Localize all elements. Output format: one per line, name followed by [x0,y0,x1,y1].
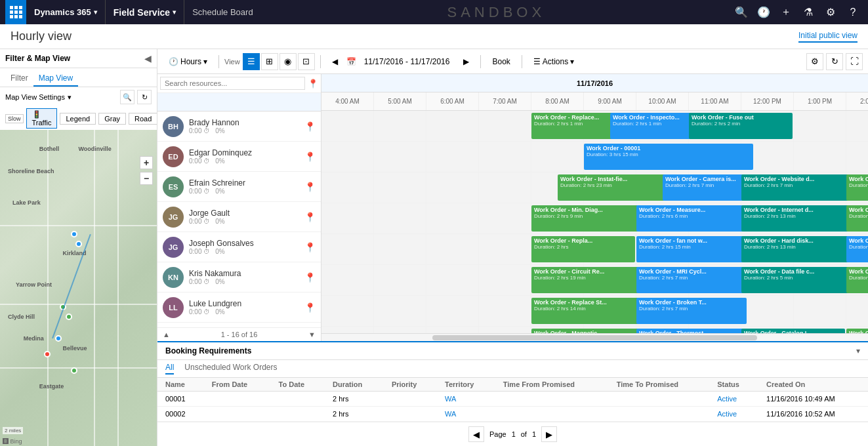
event-block[interactable]: Work Order - Website d... Duration: 2 hr… [741,174,850,201]
resource-pagination: ▲ 1 - 16 of 16 ▼ [157,327,321,341]
next-date-button[interactable]: ▶ [457,54,475,69]
settings-nav-icon[interactable]: ⚙ [821,3,840,22]
event-block[interactable]: Work Order - MRI Cycl... Duration: 2 hrs… [636,267,747,293]
time-cell [321,327,374,333]
event-block[interactable]: Work Order - Water sup... Duration: 2 hr… [846,174,868,201]
event-duration: Duration: 2 hrs 7 min [744,182,848,188]
map-label-city8: Medina [24,335,44,342]
tab-all[interactable]: All [165,363,174,375]
event-block[interactable]: Work Order - Replace St... Duration: 2 h… [531,298,647,324]
pagination-next-icon[interactable]: ▼ [308,331,316,338]
event-block[interactable]: Work Order - Repla... Duration: 2 hrs [531,236,635,262]
fieldservice-nav[interactable]: Field Service ▾ [106,0,184,24]
search-resources-input[interactable] [160,77,305,90]
dynamics-nav[interactable]: Dynamics 365 ▾ [26,0,106,24]
legend-button[interactable]: Legend [60,113,96,125]
search-nav-icon[interactable]: 🔍 [732,3,751,22]
event-title: Work Order - Replace St... [534,299,644,306]
resource-pin-icon[interactable]: 📍 [304,302,316,313]
event-block[interactable]: Work Order - Water pr... Duration: 2 hrs [846,267,868,293]
time-cell [479,327,531,333]
resource-pin-icon[interactable]: 📍 [304,121,316,132]
next-page-button[interactable]: ▶ [541,426,557,442]
resource-avatar: JG [163,237,184,258]
resource-pin-icon[interactable]: 📍 [304,242,316,253]
event-block[interactable]: Work Order - Circuit Re... Duration: 2 h… [531,267,652,293]
booking-req-collapse[interactable]: ▾ [856,346,860,355]
event-block[interactable]: Work Order - Hard disk... Duration: 2 hr… [741,236,856,262]
gray-button[interactable]: Gray [98,113,126,125]
waffle-menu[interactable] [5,0,26,24]
road-button[interactable]: Road [129,113,157,125]
event-title: Work Order - MRI Cycl... [639,268,744,275]
map-refresh-icon[interactable]: ↻ [137,90,152,104]
status-link[interactable]: Active [717,395,737,403]
tab-unscheduled[interactable]: Unscheduled Work Orders [184,363,277,375]
page-title: Hourly view [10,30,72,43]
map-search-icon[interactable]: 🔍 [120,90,134,104]
resource-pin-icon[interactable]: 📍 [304,272,316,283]
time-cell [426,296,479,326]
event-title: Work Order - Repla... [534,237,632,244]
event-block[interactable]: Work Order - Heating fi... Duration: 2 h… [846,329,868,333]
fullscreen-icon-button[interactable]: ⛶ [846,53,863,70]
resource-pin-icon[interactable]: 📍 [304,212,316,222]
territory-link[interactable]: WA [445,410,456,418]
grid-view-button[interactable]: ⊞ [261,53,278,70]
refresh-icon-button[interactable]: ↻ [826,53,843,70]
resource-pin-icon[interactable]: 📍 [304,152,316,162]
event-title: Work Order - Thermost... [639,330,745,333]
sep1 [218,55,219,68]
event-block[interactable]: Work Order - Measure... Duration: 2 hrs … [636,205,745,232]
event-block[interactable]: Work Order - Min. Diag... Duration: 2 hr… [531,205,643,232]
pagination-info: 1 - 16 of 16 [221,331,258,338]
history-icon[interactable]: 🕐 [754,3,774,22]
sep4 [522,55,522,68]
horizontal-scrollbar[interactable] [321,333,868,341]
event-block[interactable]: Work Order - Thermost... Duration: 2 hrs… [636,329,748,333]
settings-icon-button[interactable]: ⚙ [806,53,823,70]
event-block[interactable]: Work Order - Light bulbs Duration: 2 hrs… [846,236,868,262]
prev-page-button[interactable]: ◀ [468,426,484,442]
tab-filter[interactable]: Filter [5,71,33,87]
event-block[interactable]: Work Order - Catalog L... Duration: 2 hr… [741,329,845,333]
pagination-prev-icon[interactable]: ▲ [163,331,170,338]
event-block[interactable]: Work Order - 00001 Duration: 3 hrs 15 mi… [584,144,753,170]
tab-map-view[interactable]: Map View [33,71,78,87]
map-container: Bothell Woodinville Shoreline Beach Lake… [0,130,157,446]
territory-link[interactable]: WA [445,395,456,403]
booking-req-tabs: All Unscheduled Work Orders [157,360,868,378]
actions-button[interactable]: ☰ Actions ▾ [527,54,580,69]
map-zoom-in-button[interactable]: + [140,156,153,169]
event-duration: Duration: 2 hrs 13 min [744,244,853,250]
event-block[interactable]: Work Order - Data file c... Duration: 2 … [741,267,849,293]
map-zoom-out-button[interactable]: − [140,172,153,185]
map-settings-chevron: ▾ [68,93,72,102]
collapse-panel-button[interactable]: ◀ [144,53,152,64]
resource-pin-icon[interactable]: 📍 [304,182,316,192]
initial-view-label[interactable]: Initial public view [798,31,858,43]
event-block[interactable]: Work Order - Magnetic... Duration: 2 hrs… [531,329,646,333]
help-nav-icon[interactable]: ? [843,3,863,22]
list-view-button[interactable]: ☰ [243,53,260,70]
filter-nav-icon[interactable]: ⚗ [798,3,818,22]
event-block[interactable]: Work Order - Internet d... Duration: 2 h… [741,205,856,232]
resource-item: ES Efrain Schreiner 0:00 ⏱ 0% 📍 [157,172,321,202]
status-link[interactable]: Active [717,410,737,418]
event-duration: Duration: 2 hrs 5 min [744,275,846,281]
timeline-view-button[interactable]: ⊡ [298,53,315,70]
hours-button[interactable]: 🕐 Hours ▾ [163,54,213,69]
event-block[interactable]: Work Order - Flame sha... Duration: 2 hr… [846,205,868,232]
event-block[interactable]: Work Order - Broken T... Duration: 2 hrs… [636,298,747,324]
map-view-button[interactable]: ◉ [279,53,297,70]
schedule-toolbar: 🕐 Hours ▾ View ☰ ⊞ ◉ ⊡ ◀ 📅 11/17/2016 - … [157,49,868,74]
prev-date-button[interactable]: ◀ [326,54,344,69]
add-nav-icon[interactable]: ＋ [776,3,796,22]
resource-avatar: ED [163,146,184,167]
time-slot-header: 10:00 AM [636,92,689,110]
date-navigation: ◀ 📅 11/17/2016 - 11/17/2016 ▶ [326,54,476,69]
book-button[interactable]: Book [486,54,516,69]
event-block[interactable]: Work Order - fan not w... Duration: 2 hr… [636,236,753,262]
traffic-button[interactable]: 🚦 Traffic [26,108,58,129]
event-block[interactable]: Work Order - Fuse out Duration: 2 hrs 2 … [689,113,793,139]
